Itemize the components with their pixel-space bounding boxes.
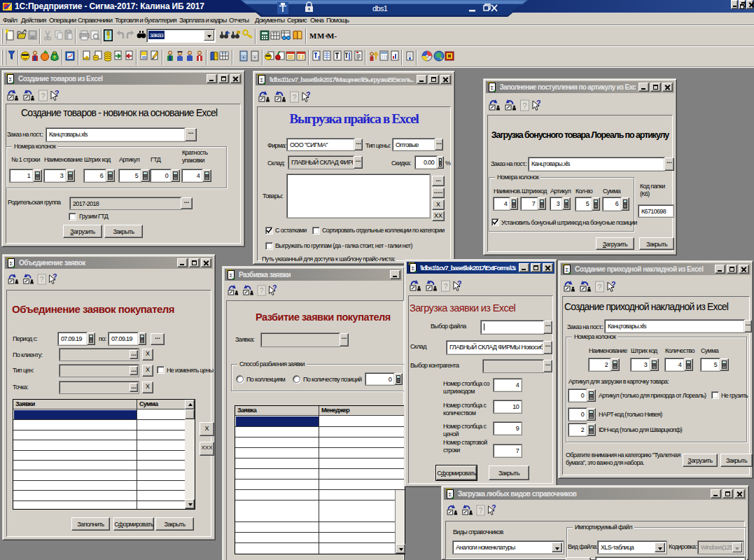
svg-text:dbs1: dbs1 (372, 4, 388, 13)
svg-text:?: ? (293, 93, 297, 102)
svg-text:Σ: Σ (491, 85, 494, 91)
svg-text:?: ? (41, 92, 46, 100)
svg-text:Σ: Σ (260, 77, 264, 83)
svg-text:Σ: Σ (566, 267, 569, 273)
svg-text:Σ: Σ (449, 491, 452, 498)
svg-text:?: ? (40, 276, 44, 284)
svg-text:Σ: Σ (10, 260, 13, 267)
svg-text:?: ? (523, 102, 527, 110)
svg-text:Σ: Σ (412, 265, 415, 272)
svg-text:?: ? (479, 507, 483, 514)
svg-text:?: ? (444, 282, 448, 290)
svg-text:Σ: Σ (230, 272, 233, 279)
svg-text:Σ: Σ (9, 76, 13, 83)
svg-text:?: ? (598, 283, 602, 291)
svg-text:?: ? (260, 287, 264, 295)
